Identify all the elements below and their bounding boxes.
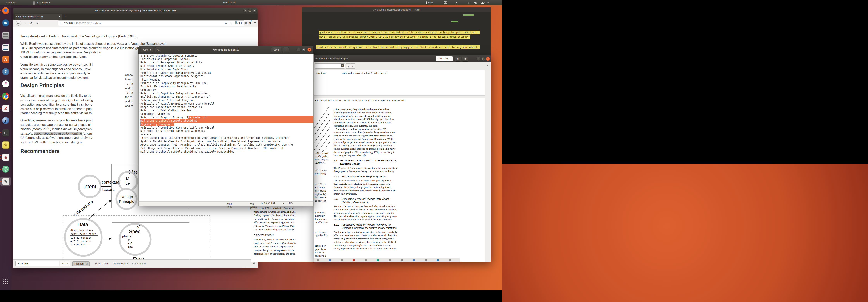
- pdf-find-input[interactable]: ⊗: [315, 64, 345, 69]
- evince-icon[interactable]: e: [2, 154, 9, 161]
- help-icon[interactable]: ?: [2, 68, 9, 75]
- zotero-icon[interactable]: Z: [2, 105, 9, 112]
- highlight-all-toggle[interactable]: Highlight All: [72, 261, 90, 266]
- slack-icon[interactable]: #: [2, 80, 9, 87]
- svg-text:geo: geo: [128, 245, 133, 248]
- close-button[interactable]: ✕: [253, 9, 256, 12]
- gedit-headerbar[interactable]: Open ▾ 🗛 *Untitled Document 1 Save ≡ − ▣…: [138, 46, 313, 54]
- pdf-find-close-icon[interactable]: ✕: [487, 64, 489, 67]
- launcher-item-cabinet[interactable]: [0, 31, 11, 41]
- pdf-find-previous-icon[interactable]: ∧: [346, 64, 350, 69]
- new-tab-button[interactable]: +: [64, 14, 66, 18]
- page-thumbnail-button[interactable]: 🗎: [455, 57, 461, 62]
- url-bar[interactable]: ⓘ127.0.0.1:4000/2019/07/vis.html ▤ ⋯ ◇ ☆: [58, 20, 244, 26]
- open-button[interactable]: Open ▾: [141, 47, 153, 52]
- pdf-text-line: be wrong as they are to be right.: [334, 154, 414, 157]
- gedit-close-button[interactable]: ✕: [308, 48, 311, 52]
- firefox-titlebar[interactable]: Visualisation Recommender Systems | Visu…: [13, 8, 258, 13]
- pdf-page-area[interactable]: wing tools and a wider range of values (…: [314, 70, 491, 262]
- pdf-find-next-icon[interactable]: ∨: [350, 64, 355, 69]
- pdf-titlebar[interactable]: ns Toward a Scientific Ba.pdf 121.07% ⌄ …: [314, 55, 491, 62]
- pdf-close-button[interactable]: ✕: [486, 57, 490, 61]
- toolbar-chip: [437, 259, 439, 261]
- statusbar-caret[interactable]: ▾: [283, 202, 284, 205]
- x-app-icon[interactable]: [455, 1, 458, 4]
- gedit-text-area[interactable]: a 1:1 Correspondence between SemanticCon…: [138, 54, 314, 201]
- chevron-down-icon[interactable]: ▾: [488, 1, 489, 4]
- show-applications-button[interactable]: [3, 278, 8, 284]
- reload-icon[interactable]: ⟳: [30, 21, 33, 25]
- sphere-icon[interactable]: y: [2, 117, 9, 124]
- find-close-icon[interactable]: ✕: [253, 262, 255, 265]
- zoom-select[interactable]: 121.07% ⌄: [436, 56, 453, 61]
- gedit-maximize-button[interactable]: ▣: [302, 48, 306, 52]
- new-document-icon[interactable]: 🗛: [155, 47, 161, 52]
- svg-text:contextual: contextual: [102, 180, 120, 184]
- forward-icon[interactable]: →: [23, 21, 27, 25]
- tab-close-icon[interactable]: ✕: [59, 14, 61, 20]
- launcher-item-firefox[interactable]: [0, 6, 11, 16]
- find-next-icon[interactable]: ∨: [65, 261, 70, 266]
- gedit-line: Principle of Graphic Economy: The Number…: [141, 116, 313, 119]
- wifi-icon[interactable]: [467, 1, 471, 4]
- screenshot-icon[interactable]: ▦: [244, 21, 247, 25]
- pdf-minimize-button[interactable]: −: [476, 57, 480, 61]
- launcher-item-help[interactable]: ?: [0, 67, 11, 77]
- whole-words-toggle[interactable]: Whole Words: [112, 261, 130, 266]
- thunderbird-icon[interactable]: ✉: [2, 19, 9, 26]
- app-menu[interactable]: Text Editor ▾: [33, 1, 51, 4]
- account-icon[interactable]: ◉: [249, 21, 251, 25]
- writer-icon[interactable]: [2, 44, 9, 51]
- firefox-icon[interactable]: [2, 7, 9, 14]
- library-icon[interactable]: ⫼: [235, 21, 237, 25]
- atom-icon[interactable]: [2, 166, 9, 173]
- launcher-item-gedit[interactable]: ✎: [0, 177, 11, 187]
- find-previous-icon[interactable]: ∧: [60, 261, 65, 266]
- maximize-button[interactable]: ▢: [248, 9, 252, 12]
- save-button[interactable]: Save: [271, 47, 281, 52]
- launcher-item-toolbox[interactable]: A: [0, 55, 11, 65]
- keyboard-icon[interactable]: [444, 1, 447, 4]
- find-input[interactable]: [16, 261, 59, 266]
- home-icon[interactable]: ⌂: [36, 21, 38, 25]
- pdf-block: Section 4 defines a set of principles fo…: [334, 230, 414, 250]
- activities-button[interactable]: Activities: [6, 1, 16, 4]
- pdf-maximize-button[interactable]: ▢: [481, 57, 485, 61]
- terminal-icon[interactable]: >_: [2, 129, 9, 136]
- pdf-text-line: The Physics of Notations consists of thr…: [334, 166, 414, 170]
- minimize-button[interactable]: −: [243, 9, 247, 12]
- ellipsis-icon[interactable]: ⋯: [230, 21, 233, 26]
- notes-icon[interactable]: ✎: [2, 141, 9, 149]
- launcher-item-zotero[interactable]: Z: [0, 104, 11, 114]
- cabinet-icon[interactable]: [2, 32, 9, 39]
- launcher-item-evince[interactable]: e: [0, 153, 11, 163]
- pdf-menu-button[interactable]: ≡: [462, 57, 468, 62]
- launcher-item-terminal[interactable]: >_: [0, 128, 11, 138]
- launcher-item-thunderbird[interactable]: ✉: [0, 19, 11, 29]
- sidebar-icon[interactable]: ◧: [239, 21, 242, 25]
- launcher-item-slack[interactable]: #: [0, 79, 11, 90]
- battery-icon[interactable]: [481, 1, 485, 4]
- reader-icon[interactable]: ▤: [225, 21, 227, 26]
- launcher-item-sphere[interactable]: y: [0, 116, 11, 126]
- gedit-icon[interactable]: ✎: [2, 178, 9, 185]
- pdf-text-line: Notations Communicate: [334, 201, 414, 204]
- volume-icon[interactable]: [474, 1, 477, 4]
- tab-width-select[interactable]: Tab Width: 8 ▾: [250, 202, 251, 205]
- gedit-minimize-button[interactable]: −: [297, 48, 301, 52]
- gedit-menu-button[interactable]: ≡: [283, 47, 289, 52]
- text-line: visualisations) in exchange for concisen…: [20, 67, 93, 71]
- back-icon[interactable]: ←: [16, 21, 21, 26]
- tab-visualisation-recommenders[interactable]: Visualisation Recommen ✕: [14, 14, 62, 20]
- launcher-item-writer[interactable]: [0, 43, 11, 53]
- language-select[interactable]: Plain Text ▾: [227, 202, 228, 205]
- launcher-item-chrome[interactable]: [0, 92, 11, 102]
- site-info-icon[interactable]: ⓘ: [58, 22, 64, 25]
- toolbox-icon[interactable]: A: [2, 56, 9, 63]
- launcher-item-notes[interactable]: ✎: [0, 140, 11, 150]
- clock[interactable]: Wed 11:00: [223, 1, 236, 4]
- menu-icon[interactable]: ≡: [254, 21, 256, 25]
- chrome-icon[interactable]: [2, 93, 9, 100]
- launcher-item-atom[interactable]: [0, 165, 11, 175]
- match-case-toggle[interactable]: Match Case: [93, 261, 110, 266]
